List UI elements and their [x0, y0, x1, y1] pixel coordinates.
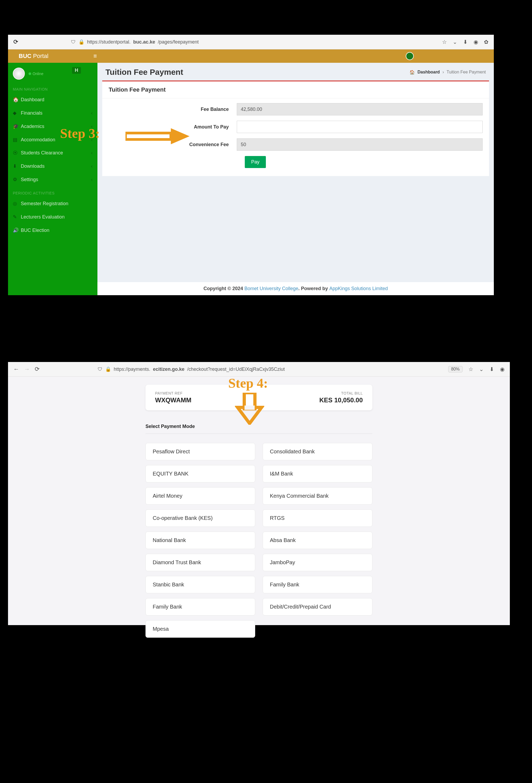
payment-option-im-bank[interactable]: I&M Bank — [263, 465, 372, 482]
chevron-left-icon: ‹ — [91, 177, 93, 183]
downloads-icon: ⬇ — [13, 163, 18, 169]
download-icon[interactable]: ⬇ — [490, 366, 494, 372]
breadcrumb: 🏠 Dashboard › Tuition Fee Payment — [409, 70, 486, 75]
footer-mid: . Powered by — [298, 286, 329, 291]
url-bold: ecitizen.go.ke — [153, 367, 185, 372]
sidebar-item-label: BUC Election — [21, 228, 49, 233]
brand-bold: BUC — [19, 53, 32, 59]
breadcrumb-sep: › — [442, 70, 444, 74]
step4-arrow-icon — [235, 393, 264, 425]
payment-option-kcb[interactable]: Kenya Commercial Bank — [263, 487, 372, 505]
main-content: Tuition Fee Payment 🏠 Dashboard › Tuitio… — [97, 63, 494, 295]
topbar-avatar[interactable] — [406, 52, 414, 60]
sidebar-item-label: Semester Registration — [21, 201, 68, 207]
academics-icon: 🎓 — [13, 123, 18, 129]
payment-option-stanbic-bank[interactable]: Stanbic Bank — [145, 576, 255, 593]
sidebar-item-label: Settings — [21, 177, 38, 183]
pocket-icon[interactable]: ⌄ — [479, 366, 484, 372]
sidebar-item-settings[interactable]: ⚙Settings‹ — [8, 173, 97, 186]
card-title: Tuition Fee Payment — [102, 82, 489, 98]
payment-option-family-bank-2[interactable]: Family Bank — [145, 598, 255, 616]
account-icon[interactable]: ◉ — [500, 366, 504, 372]
reload-icon[interactable]: ⟳ — [13, 38, 18, 45]
select-payment-mode-label: Select Payment Mode — [145, 424, 372, 434]
svg-rect-4 — [244, 406, 255, 410]
payment-option-national-bank[interactable]: National Bank — [145, 532, 255, 549]
sidebar-item-financials[interactable]: ◆Financials‹ — [8, 106, 97, 120]
payment-option-rtgs[interactable]: RTGS — [263, 509, 372, 527]
dashboard-icon: 🏠 — [409, 70, 415, 75]
back-icon[interactable]: ← — [13, 366, 19, 373]
sidebar-item-label: Students Clearance — [21, 150, 63, 156]
app-topbar: BUC Portal ≡ — [8, 50, 494, 63]
registration-icon: ◎ — [13, 200, 18, 207]
payment-option-dtb[interactable]: Diamond Trust Bank — [145, 554, 255, 571]
screenshot-1: ⟳ 🛡 🔒 https://studentportal.buc.ac.ke/pa… — [8, 35, 494, 295]
fee-balance-input — [237, 103, 483, 116]
page-title: Tuition Fee Payment — [105, 68, 183, 77]
payment-option-absa-bank[interactable]: Absa Bank — [263, 532, 372, 549]
sidebar-item-label: Downloads — [21, 163, 44, 169]
forward-icon[interactable]: → — [24, 366, 30, 373]
sidebar-item-dashboard[interactable]: 🏠Dashboard — [8, 93, 97, 106]
sidebar-item-label: Lecturers Evaluation — [21, 214, 65, 220]
dashboard-icon: 🏠 — [13, 97, 18, 102]
shield-icon: 🛡 — [98, 367, 102, 372]
step3-arrow-icon — [126, 128, 190, 144]
sidebar-item-lecturers-evaluation[interactable]: ✎Lecturers Evaluation — [8, 210, 97, 224]
payment-option-mpesa[interactable]: Mpesa — [145, 620, 255, 638]
star-icon[interactable]: ☆ — [468, 366, 473, 372]
pocket-icon[interactable]: ⌄ — [453, 39, 457, 45]
footer-link-appkings[interactable]: AppKings Solutions Limited — [329, 286, 388, 291]
accommodation-icon: ▤ — [13, 137, 18, 143]
evaluation-icon: ✎ — [13, 214, 18, 220]
svg-marker-1 — [171, 128, 190, 144]
download-icon[interactable]: ⬇ — [463, 39, 468, 45]
hamburger-icon[interactable]: ≡ — [93, 53, 97, 60]
sidebar-section-main: MAIN NAVIGATION — [8, 82, 97, 93]
star-icon[interactable]: ☆ — [442, 39, 447, 45]
payment-option-card[interactable]: Debit/Credit/Prepaid Card — [263, 598, 372, 616]
footer-link-buc[interactable]: Bomet University College — [244, 286, 298, 291]
pay-button[interactable]: Pay — [245, 156, 266, 168]
payment-option-equity-bank[interactable]: EQUITY BANK — [145, 465, 255, 482]
url-part1: https://payments. — [114, 367, 150, 372]
zoom-badge[interactable]: 80% — [448, 366, 463, 372]
payment-option-pesaflow-direct[interactable]: Pesaflow Direct — [145, 443, 255, 460]
reload-icon[interactable]: ⟳ — [35, 366, 39, 373]
payment-option-consolidated-bank[interactable]: Consolidated Bank — [263, 443, 372, 460]
browser-toolbar: ← → ⟳ 🛡 🔒 https://payments.ecitizen.go.k… — [8, 362, 510, 377]
user-avatar[interactable] — [13, 68, 25, 80]
payment-mode-grid: Pesaflow Direct Consolidated Bank EQUITY… — [145, 443, 372, 638]
sidebar-item-clearance[interactable]: ⦿Students Clearance‹ — [8, 147, 97, 159]
url-part2: /checkout?request_id=UdEiXqjRaCxjv35Cziu… — [187, 367, 285, 372]
payment-ref-value: WXQWAMM — [155, 397, 191, 404]
convenience-fee-input — [237, 138, 483, 151]
sidebar: Online H MAIN NAVIGATION 🏠Dashboard ◆Fin… — [8, 63, 97, 295]
settings-icon: ⚙ — [13, 177, 18, 183]
address-bar[interactable]: 🛡 🔒 https://studentportal.buc.ac.ke/page… — [23, 39, 437, 45]
total-bill-value: KES 10,050.00 — [319, 397, 363, 404]
election-icon: 🔊 — [13, 227, 18, 233]
address-bar[interactable]: 🛡 🔒 https://payments.ecitizen.go.ke/chec… — [44, 366, 443, 372]
chevron-left-icon: ‹ — [91, 110, 93, 116]
payment-option-cooperative-bank[interactable]: Co-operative Bank (KES) — [145, 509, 255, 527]
sidebar-item-buc-election[interactable]: 🔊BUC Election — [8, 224, 97, 237]
amount-to-pay-input[interactable] — [237, 121, 483, 133]
account-icon[interactable]: ◉ — [473, 39, 478, 45]
step3-label: Step 3: — [60, 126, 100, 141]
user-initial[interactable]: H — [72, 67, 81, 74]
chevron-left-icon: ‹ — [91, 150, 93, 156]
extensions-icon[interactable]: ✿ — [484, 39, 489, 45]
payment-option-airtel-money[interactable]: Airtel Money — [145, 487, 255, 505]
sidebar-item-downloads[interactable]: ⬇Downloads‹ — [8, 159, 97, 173]
app-brand[interactable]: BUC Portal — [19, 53, 93, 60]
breadcrumb-dashboard[interactable]: Dashboard — [418, 70, 440, 74]
clearance-icon: ⦿ — [13, 150, 18, 156]
footer-copy: Copyright © 2024 — [203, 286, 244, 291]
sidebar-item-semester-registration[interactable]: ◎Semester Registration — [8, 197, 97, 210]
shield-icon: 🛡 — [71, 39, 76, 45]
payment-option-jambopay[interactable]: JamboPay — [263, 554, 372, 571]
url-bold: buc.ac.ke — [133, 39, 155, 45]
payment-option-family-bank[interactable]: Family Bank — [263, 576, 372, 593]
